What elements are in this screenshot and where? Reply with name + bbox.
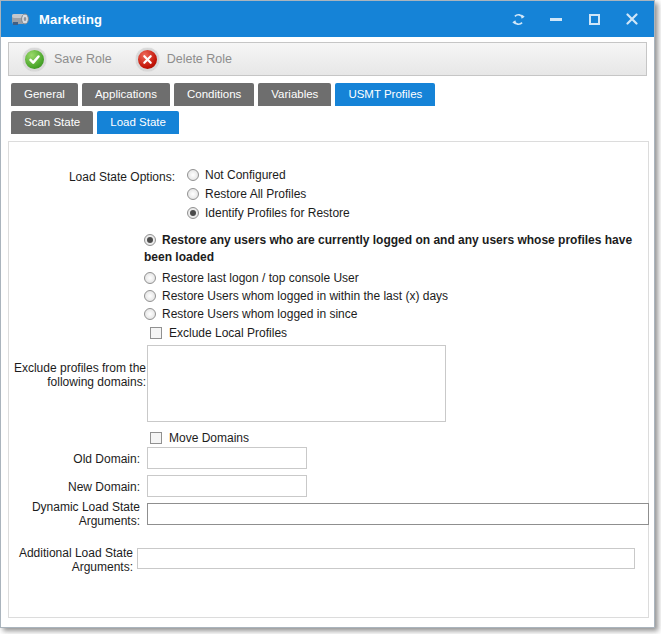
main-tabs: General Applications Conditions Variable… xyxy=(11,83,435,106)
exclude-domains-textarea[interactable] xyxy=(147,345,446,422)
radio-icon xyxy=(187,207,199,219)
radio-identify-profiles[interactable]: Identify Profiles for Restore xyxy=(187,205,350,222)
radio-restore-logged-on-users[interactable]: Restore any users who are currently logg… xyxy=(144,232,650,266)
green-check-orb-icon xyxy=(23,48,46,71)
exclude-local-profiles-checkbox[interactable]: Exclude Local Profiles xyxy=(150,325,287,342)
tab-applications[interactable]: Applications xyxy=(82,83,170,106)
app-icon xyxy=(11,10,31,28)
radio-restore-all-profiles[interactable]: Restore All Profiles xyxy=(187,186,306,203)
tab-variables[interactable]: Variables xyxy=(258,83,331,106)
radio-restore-logged-in-since[interactable]: Restore Users whom logged in since xyxy=(144,306,650,323)
new-domain-label: New Domain: xyxy=(9,480,140,494)
old-domain-input[interactable] xyxy=(147,447,307,469)
radio-icon xyxy=(187,169,199,181)
dynamic-load-state-arguments-input[interactable] xyxy=(147,503,649,525)
checkbox-icon xyxy=(150,432,162,444)
radio-restore-last-x-days[interactable]: Restore Users whom logged in within the … xyxy=(144,288,650,305)
window-title: Marketing xyxy=(39,12,102,27)
radio-icon xyxy=(144,290,156,302)
radio-icon xyxy=(144,308,156,320)
load-state-panel: Load State Options: Not Configured Resto… xyxy=(8,141,649,618)
radio-restore-last-logon[interactable]: Restore last logon / top console User xyxy=(144,270,650,287)
radio-not-configured[interactable]: Not Configured xyxy=(187,167,286,184)
radio-icon xyxy=(144,272,156,284)
red-x-orb-icon xyxy=(136,48,159,71)
delete-role-button[interactable]: Delete Role xyxy=(136,48,232,71)
app-window: Marketing xyxy=(0,0,655,628)
save-role-label: Save Role xyxy=(54,52,112,66)
maximize-icon[interactable] xyxy=(586,11,602,27)
minimize-icon[interactable] xyxy=(548,11,564,27)
new-domain-input[interactable] xyxy=(147,475,307,497)
tab-usmt-profiles[interactable]: USMT Profiles xyxy=(335,83,435,106)
tab-general[interactable]: General xyxy=(11,83,78,106)
refresh-icon[interactable] xyxy=(510,11,526,27)
toolbar: Save Role Delete Role xyxy=(8,42,647,76)
radio-icon xyxy=(187,188,199,200)
sub-tabs: Scan State Load State xyxy=(11,111,179,134)
tab-scan-state[interactable]: Scan State xyxy=(11,111,93,134)
exclude-domains-label: Exclude profiles from the following doma… xyxy=(9,361,146,389)
delete-role-label: Delete Role xyxy=(167,52,232,66)
save-role-button[interactable]: Save Role xyxy=(23,48,112,71)
move-domains-checkbox[interactable]: Move Domains xyxy=(150,430,249,447)
additional-load-state-arguments-label: Additional Load State Arguments: xyxy=(9,546,133,574)
dynamic-load-state-arguments-label: Dynamic Load State Arguments: xyxy=(9,500,140,528)
tab-conditions[interactable]: Conditions xyxy=(174,83,254,106)
close-icon[interactable] xyxy=(624,11,640,27)
radio-icon xyxy=(144,234,156,246)
titlebar: Marketing xyxy=(1,1,654,37)
checkbox-icon xyxy=(150,327,162,339)
tab-load-state[interactable]: Load State xyxy=(97,111,179,134)
screen: Marketing xyxy=(0,0,661,634)
additional-load-state-arguments-input[interactable] xyxy=(137,548,635,569)
load-state-options-label: Load State Options: xyxy=(9,170,175,184)
old-domain-label: Old Domain: xyxy=(9,452,140,466)
